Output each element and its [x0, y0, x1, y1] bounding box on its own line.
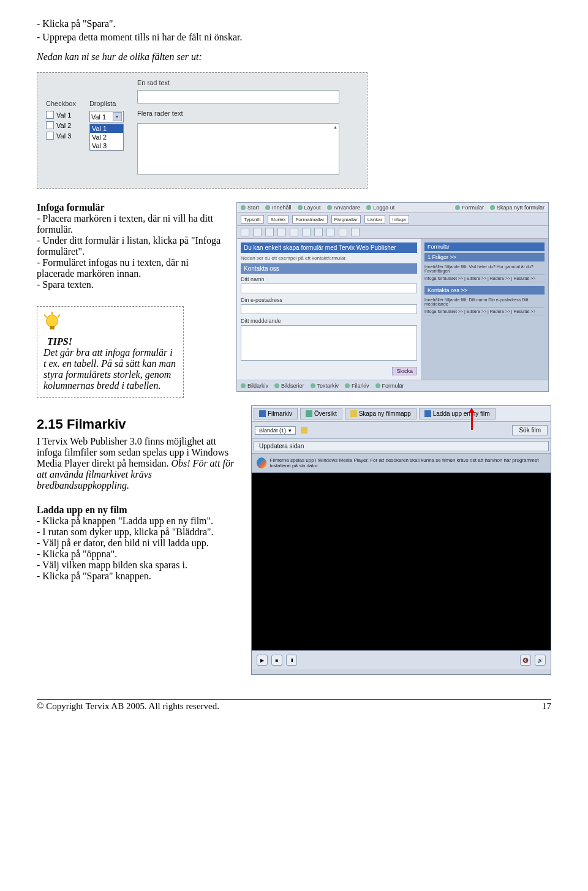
play-button[interactable]: ▶ — [257, 655, 268, 666]
cb-label-1: Val 1 — [56, 111, 71, 119]
checkbox-val3[interactable] — [46, 132, 54, 140]
annotation-arrow-icon — [471, 412, 473, 430]
single-line-input[interactable] — [137, 90, 339, 103]
multi-line-textarea[interactable] — [137, 123, 339, 175]
tb-storlek[interactable]: Storlek — [268, 215, 289, 224]
pub-bottom-filarkiv[interactable]: Filarkiv — [345, 383, 369, 389]
pub-f-namn-label: Ditt namn — [241, 276, 417, 282]
infoga-l2: - Under ditt formulär i listan, klicka p… — [37, 235, 227, 257]
pub-f-namn-input[interactable] — [241, 284, 417, 293]
intro-line3: Nedan kan ni se hur de olika fälten ser … — [37, 51, 551, 62]
tb-btn[interactable] — [351, 228, 360, 236]
pub-bottom-textarkiv[interactable]: Textarkiv — [311, 383, 339, 389]
cb-label-2: Val 2 — [56, 122, 71, 129]
tips-body: Det går bra att infoga formulär i t ex. … — [43, 347, 177, 391]
film-info-message: Filmerna spelas upp i Windows Media Play… — [252, 454, 551, 473]
intro-line2: - Upprepa detta moment tills ni har de f… — [37, 32, 551, 43]
tb-infoga[interactable]: Infoga — [389, 215, 409, 224]
film-tab-skapa[interactable]: Skapa ny filmmapp — [345, 408, 417, 419]
tb-btn[interactable] — [277, 228, 286, 236]
film-tab-filmarkiv[interactable]: Filmarkiv — [254, 408, 298, 419]
lightbulb-icon — [43, 313, 62, 334]
skicka-button[interactable]: Skicka — [392, 367, 417, 375]
pub-f-epost-input[interactable] — [241, 304, 417, 314]
pub-tab-formular[interactable]: Formulär — [455, 205, 484, 211]
tb-btn[interactable] — [265, 228, 274, 236]
film-tab-oversikt[interactable]: Översikt — [300, 408, 342, 419]
pub-r-sub1[interactable]: 1 Frågor >> — [424, 253, 545, 261]
ladda-l1: - Klicka på knappen "Ladda upp en ny fil… — [37, 516, 241, 527]
pub-kontakta: Kontakta oss — [241, 263, 417, 274]
video-player-area — [252, 473, 551, 650]
tb-formatmallar[interactable]: Formatmallar — [292, 215, 327, 224]
tb-fargmallar[interactable]: Färgmallar — [331, 215, 361, 224]
sok-film-button[interactable]: Sök film — [512, 425, 548, 435]
tb-btn[interactable] — [314, 228, 323, 236]
droplist-heading: Droplista — [89, 100, 124, 107]
pub-tab-layout[interactable]: Layout — [298, 205, 321, 211]
tb-btn[interactable] — [339, 228, 347, 236]
form-example-screenshot: Checkbox Val 1 Val 2 Val 3 Droplista Val… — [37, 72, 368, 189]
film-tab-ladda[interactable]: Ladda upp en ny film — [419, 408, 496, 419]
pub-f-medd-textarea[interactable] — [241, 325, 417, 361]
multi-line-label: Flera rader text — [137, 110, 339, 117]
pub-desc: Nedan ser du ett exempel på ett kontaktf… — [241, 255, 417, 261]
tb-btn[interactable] — [326, 228, 335, 236]
chevron-down-icon[interactable]: ▾ — [113, 112, 122, 121]
pub-r-head: Formulär — [424, 242, 545, 251]
infoga-l3: - Formuläret infogas nu i texten, där ni… — [37, 257, 227, 279]
pub-bottom-bildserier[interactable]: Bildserier — [274, 383, 304, 389]
folder-icon[interactable] — [301, 427, 307, 434]
film-folder-select[interactable]: Blandat (1)▾ — [255, 426, 296, 435]
stop-button[interactable]: ■ — [271, 655, 282, 666]
droplist-selected: Val 1 — [91, 113, 106, 121]
pub-tab-start[interactable]: Start — [241, 205, 259, 211]
pub-bottom-formular[interactable]: Formulär — [375, 383, 404, 389]
film-icon — [259, 410, 266, 417]
page-number: 17 — [542, 701, 551, 712]
ladda-l6: - Klicka på "Spara" knappen. — [37, 571, 241, 582]
tips-title: TIPS! — [47, 336, 72, 347]
pub-r-line4[interactable]: Infoga formuläret >> | Editera >> | Rade… — [424, 308, 545, 315]
pub-tab-anvandare[interactable]: Användare — [327, 205, 361, 211]
ladda-l5: - Välj vilken mapp bilden ska sparas i. — [37, 560, 241, 571]
checkbox-val2[interactable] — [46, 121, 54, 129]
tb-btn[interactable] — [253, 228, 262, 236]
pub-tab-innehall[interactable]: Innehåll — [265, 205, 292, 211]
ladda-l4: - Klicka på "öppna". — [37, 549, 241, 560]
pub-r-sub2[interactable]: Kontakta oss >> — [424, 286, 545, 295]
droplist-option-2[interactable]: Val 2 — [90, 133, 123, 141]
ladda-heading: Ladda upp en ny film — [37, 505, 241, 516]
pub-f-medd-label: Ditt meddelande — [241, 318, 417, 324]
copyright: © Copyright Tervix AB 2005. All rights r… — [37, 701, 219, 712]
pub-tab-loggaut[interactable]: Logga ut — [366, 205, 394, 211]
checkbox-val1[interactable] — [46, 111, 54, 119]
pause-button[interactable]: ⏸ — [286, 655, 297, 666]
tips-box: TIPS! Det går bra att infoga formulär i … — [37, 306, 184, 398]
pub-r-line3: Innehåller följande fält: Ditt namn Din … — [424, 296, 545, 308]
infoga-l4: - Spara texten. — [37, 279, 227, 290]
tb-btn[interactable] — [241, 228, 249, 236]
tb-btn[interactable] — [290, 228, 298, 236]
tb-typsnitt[interactable]: Typsnitt — [241, 215, 264, 224]
upload-icon — [424, 410, 431, 417]
volume-button[interactable]: 🔊 — [535, 655, 546, 666]
folder-icon — [350, 410, 357, 417]
single-line-label: En rad text — [137, 79, 339, 86]
droplist-option-3[interactable]: Val 3 — [90, 141, 123, 150]
tb-lankar[interactable]: Länkar — [364, 215, 385, 224]
pub-bottom-bildarkiv[interactable]: Bildarkiv — [241, 383, 268, 389]
droplist-option-1[interactable]: Val 1 — [90, 124, 123, 133]
pub-f-epost-label: Din e-postadress — [241, 297, 417, 303]
tb-btn[interactable] — [302, 228, 311, 236]
ladda-l3: - Välj på er dator, den bild ni vill lad… — [37, 538, 241, 549]
uppdatera-button[interactable]: Uppdatera sidan — [254, 441, 549, 451]
windows-media-player-icon — [257, 457, 266, 468]
mute-button[interactable]: 🔇 — [520, 655, 531, 666]
filmarkiv-heading: 2.15 Filmarkiv — [37, 416, 241, 432]
pub-tab-skapa[interactable]: Skapa nytt formulär — [490, 205, 545, 211]
pub-toolbar: Typsnitt Storlek Formatmallar Färgmallar… — [237, 213, 548, 226]
pub-r-line2[interactable]: Infoga formuläret >> | Editera >> | Rade… — [424, 275, 545, 282]
droplist-select[interactable]: Val 1 ▾ — [89, 111, 124, 122]
pub-r-line1: Innehåller följande fält: Vad heter du? … — [424, 263, 545, 275]
